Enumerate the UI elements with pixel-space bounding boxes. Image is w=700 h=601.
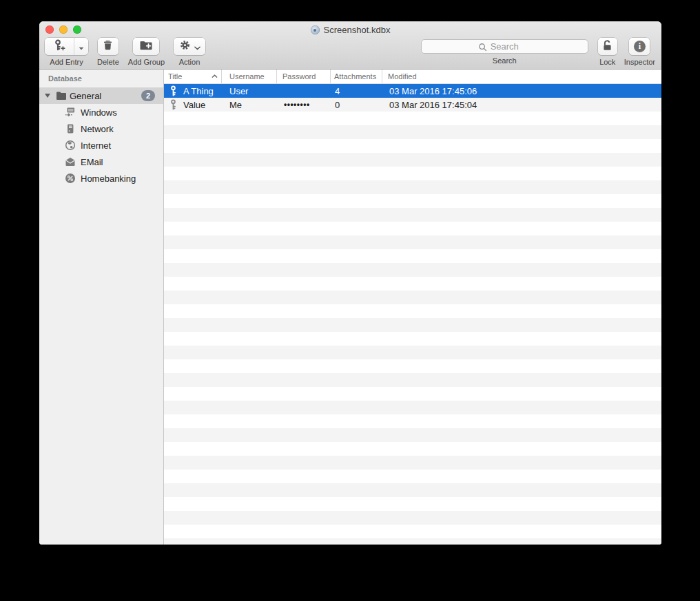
document-proxy-icon[interactable]: [311, 25, 320, 34]
add-group-group: Add Group: [128, 38, 165, 66]
lock-label: Lock: [599, 58, 615, 66]
table-stripe: [164, 304, 661, 318]
sidebar-item-windows[interactable]: Windows: [39, 104, 163, 120]
column-header-title[interactable]: Title: [164, 70, 222, 83]
table-stripe: [164, 112, 661, 125]
table-row[interactable]: Value Me •••••••• 0 03 Mar 2016 17:45:04: [164, 98, 661, 112]
table-stripe: [164, 249, 661, 263]
key-icon: [169, 85, 177, 96]
action-group: Action: [174, 38, 205, 66]
windows-icon: [65, 107, 76, 118]
table-stripes: [164, 112, 661, 545]
titlebar[interactable]: Screenshot.kdbx: [39, 21, 661, 36]
column-header-attachments[interactable]: Attachments: [331, 70, 382, 83]
entry-username: User: [222, 86, 277, 96]
window-chrome: Screenshot.kdbx: [39, 21, 661, 70]
table-stripe: [164, 125, 661, 139]
table-stripe: [164, 414, 661, 428]
add-entry-button[interactable]: [45, 38, 88, 55]
table-stripe: [164, 456, 661, 470]
table-stripe: [164, 194, 661, 208]
table-stripe: [164, 497, 661, 511]
window-title-group: Screenshot.kdbx: [311, 25, 391, 35]
window-title: Screenshot.kdbx: [324, 25, 391, 35]
table-stripe: [164, 222, 661, 235]
table-stripe: [164, 483, 661, 497]
sort-ascending-icon: [212, 74, 218, 78]
sidebar-item-email[interactable]: EMail: [39, 154, 163, 170]
table-stripe: [164, 235, 661, 249]
table-stripe: [164, 470, 661, 483]
table-stripe: [164, 538, 661, 545]
search-group: Search: [421, 38, 588, 65]
sidebar-item-internet[interactable]: Internet: [39, 137, 163, 154]
traffic-lights: [45, 25, 81, 34]
disclosure-triangle-icon[interactable]: [45, 94, 50, 98]
sidebar-section-header: Database: [39, 70, 163, 87]
search-input[interactable]: [421, 39, 588, 54]
entry-modified: 03 Mar 2016 17:45:06: [382, 86, 661, 96]
inspector-button[interactable]: i: [629, 38, 650, 55]
zoom-button[interactable]: [73, 25, 81, 34]
table-stripe: [164, 346, 661, 359]
content-area: Database General 2 Windows: [39, 70, 661, 545]
entry-count-badge: 2: [141, 90, 155, 101]
add-group-button[interactable]: [133, 38, 159, 55]
table-stripe: [164, 208, 661, 222]
sidebar-item-label: EMail: [81, 157, 103, 167]
lock-button[interactable]: [598, 38, 617, 55]
table-stripe: [164, 428, 661, 442]
add-entry-label: Add Entry: [50, 58, 83, 66]
table-stripe: [164, 263, 661, 277]
entry-modified: 03 Mar 2016 17:45:04: [382, 100, 661, 110]
entry-attachments: 4: [331, 86, 382, 96]
app-window: Screenshot.kdbx: [39, 21, 661, 545]
minimize-button[interactable]: [59, 25, 68, 34]
sidebar-item-homebanking[interactable]: Homebanking: [39, 170, 163, 187]
sidebar-item-label: Internet: [81, 140, 111, 151]
table-row[interactable]: A Thing User 4 03 Mar 2016 17:45:06: [164, 84, 661, 98]
percent-icon: [65, 173, 76, 184]
delete-button[interactable]: [98, 38, 119, 55]
entry-username: Me: [222, 100, 277, 110]
table-stripe: [164, 291, 661, 304]
gear-icon: [179, 39, 191, 54]
folder-icon: [56, 91, 67, 101]
key-plus-icon: [53, 39, 66, 54]
column-header-username[interactable]: Username: [222, 70, 277, 83]
search-label: Search: [493, 56, 517, 65]
table-stripe: [164, 401, 661, 414]
email-icon: [65, 157, 76, 167]
table-stripe: [164, 373, 661, 387]
entry-title: A Thing: [183, 86, 214, 96]
dropdown-arrow-icon: [79, 41, 84, 53]
sidebar: Database General 2 Windows: [39, 70, 164, 545]
entry-table: Title Username Password Attachments Modi…: [164, 70, 661, 545]
table-stripe: [164, 139, 661, 153]
table-stripe: [164, 359, 661, 373]
table-stripe: [164, 442, 661, 456]
add-entry-dropdown-segment[interactable]: [74, 38, 88, 55]
entry-title: Value: [183, 100, 205, 110]
add-entry-group: Add Entry: [45, 38, 88, 66]
folder-plus-icon: [139, 40, 153, 54]
sidebar-item-general[interactable]: General 2: [39, 87, 163, 104]
lock-group: Lock: [598, 38, 617, 66]
entry-password: ••••••••: [277, 100, 331, 109]
sidebar-item-label: Windows: [81, 107, 117, 118]
entry-attachments: 0: [331, 100, 382, 110]
add-entry-main-segment[interactable]: [45, 38, 74, 55]
inspector-group: i Inspector: [624, 38, 655, 66]
action-button[interactable]: [174, 38, 205, 55]
table-stripe: [164, 318, 661, 332]
sidebar-item-network[interactable]: Network: [39, 120, 163, 137]
close-button[interactable]: [45, 25, 54, 34]
column-header-password[interactable]: Password: [277, 70, 331, 83]
table-stripe: [164, 153, 661, 167]
network-icon: [65, 123, 76, 134]
table-stripe: [164, 332, 661, 346]
globe-icon: [65, 140, 76, 151]
column-header-modified[interactable]: Modified: [382, 70, 661, 83]
info-icon: i: [634, 41, 646, 52]
delete-group: Delete: [97, 38, 119, 66]
